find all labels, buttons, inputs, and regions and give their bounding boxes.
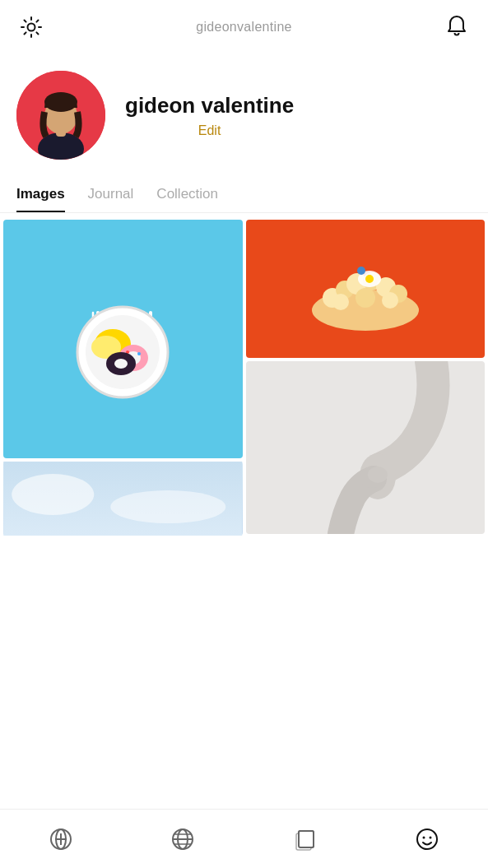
svg-point-37 [365,275,374,283]
right-column [246,220,486,536]
globe-icon [170,827,195,852]
settings-button[interactable] [16,12,46,42]
svg-point-18 [137,352,141,355]
tab-images[interactable]: Images [16,179,65,212]
svg-point-56 [422,836,425,838]
svg-rect-54 [299,831,314,847]
smiley-icon [415,827,439,852]
profile-name: gideon valentine [125,93,294,118]
nav-browse-button[interactable] [42,820,80,858]
bottom-nav [0,809,488,868]
svg-point-34 [356,288,375,308]
image-grid [0,213,488,536]
popcorn-image[interactable] [246,220,486,358]
sky-image[interactable] [3,462,243,536]
avatar-image [16,71,105,160]
svg-point-33 [332,294,349,310]
layers-icon [293,827,318,852]
nav-collections-button[interactable] [286,820,324,858]
bell-icon [445,15,468,39]
svg-point-0 [28,24,35,31]
left-column [3,220,243,536]
avatar [16,71,105,160]
svg-point-21 [114,359,128,369]
nav-profile-button[interactable] [408,820,446,858]
grid-icon [49,827,73,852]
top-bar: gideonvalentine [0,0,488,54]
svg-point-38 [357,267,365,275]
svg-point-24 [110,490,225,523]
edit-button[interactable]: Edit [125,123,294,138]
food-plate-image[interactable] [3,220,243,458]
svg-point-55 [417,829,437,849]
tab-collection[interactable]: Collection [156,179,218,212]
svg-point-23 [12,474,94,515]
svg-point-35 [382,292,398,309]
nav-explore-button[interactable] [164,820,202,858]
notification-button[interactable] [442,12,472,43]
hands-image[interactable] [246,361,486,534]
profile-section: gideon valentine Edit [0,54,488,179]
profile-info: gideon valentine Edit [125,93,294,138]
header-username: gideonvalentine [196,20,292,35]
gear-icon [20,16,43,39]
svg-point-42 [368,466,388,483]
svg-point-57 [429,836,431,838]
tabs-nav: Images Journal Collection [0,179,488,213]
tab-journal[interactable]: Journal [88,179,134,212]
